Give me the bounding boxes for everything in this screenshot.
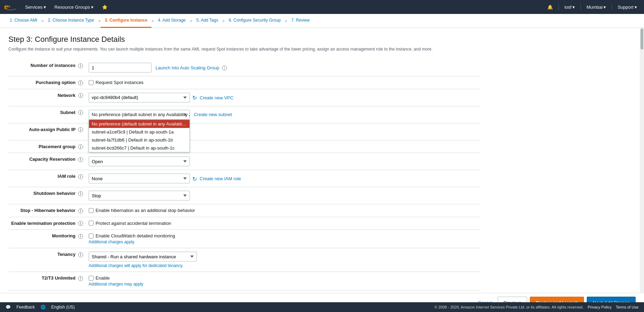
t2t3-extra-link[interactable]: Additional charges may apply: [89, 282, 143, 287]
create-new-iam-role-link[interactable]: Create new IAM role: [200, 176, 241, 181]
step-choose-ami[interactable]: 1. Choose AMI: [6, 14, 42, 28]
shutdown-behavior-row: Shutdown behavior i Stop: [8, 187, 480, 204]
region-menu[interactable]: Mumbai ▾: [584, 3, 609, 11]
request-spot-label: Request Spot instances: [89, 80, 478, 85]
create-new-vpc-link[interactable]: Create new VPC: [200, 95, 234, 100]
subnet-select-display[interactable]: No preference (default subnet in any Ava…: [89, 110, 190, 120]
termination-protection-info-icon[interactable]: i: [78, 221, 83, 226]
auto-assign-ip-info-icon[interactable]: i: [78, 127, 83, 132]
iam-role-row: IAM role i None ↻ Create new IAM role: [8, 170, 480, 187]
shutdown-behavior-info-icon[interactable]: i: [78, 191, 83, 196]
termination-protection-row: Enable termination protection i Protect …: [8, 217, 480, 230]
iam-role-info-icon[interactable]: i: [78, 174, 83, 179]
termination-protection-label-cell: Enable termination protection i: [8, 217, 86, 230]
subnet-option-bcd266c7[interactable]: subnet-bcd266c7 | Default in ap-south-1c: [89, 144, 190, 152]
step-add-tags[interactable]: 5. Add Tags: [192, 14, 222, 28]
t2t3-unlimited-label-cell: T2/T3 Unlimited i: [8, 272, 86, 290]
scrollbar-thumb: [641, 29, 643, 50]
user-menu[interactable]: iosf ▾: [562, 3, 578, 11]
iam-role-refresh-button[interactable]: ↻: [191, 176, 198, 182]
termination-protection-control-cell: Protect against accidental termination: [86, 217, 480, 230]
copyright-section: © 2008 - 2020, Amazon Internet Services …: [435, 305, 638, 309]
monitoring-extra-link[interactable]: Additional charges apply.: [89, 239, 135, 244]
bookmarks-icon[interactable]: ⭐: [99, 3, 110, 11]
hibernate-behavior-label-cell: Stop - Hibernate behavior i: [8, 204, 86, 217]
subnet-label-cell: Subnet i: [8, 106, 86, 123]
subnet-wrapper: No preference (default subnet in any Ava…: [89, 110, 190, 120]
capacity-reservation-select[interactable]: Open: [89, 157, 190, 166]
shutdown-behavior-label-cell: Shutdown behavior i: [8, 187, 86, 204]
tenancy-select[interactable]: Shared - Run a shared hardware instance: [89, 252, 197, 261]
hibernate-behavior-row: Stop - Hibernate behavior i Enable hiber…: [8, 204, 480, 217]
subnet-option-nopref[interactable]: No preference (default subnet in any Ava…: [89, 120, 190, 128]
network-select[interactable]: vpc-dc9480b4 (default): [89, 93, 190, 102]
placement-group-label-cell: Placement group i: [8, 140, 86, 153]
globe-icon: 🌐: [40, 305, 46, 310]
language-link[interactable]: English (US): [51, 305, 75, 310]
launch-auto-scaling-link[interactable]: Launch into Auto Scaling Group: [155, 65, 219, 70]
feedback-link[interactable]: Feedback: [16, 305, 35, 310]
t2t3-unlimited-control-cell: Enable Additional charges may apply: [86, 272, 480, 290]
main-content: Step 3: Configure Instance Details Confi…: [0, 28, 644, 312]
hibernate-info-icon[interactable]: i: [78, 208, 83, 213]
placement-group-row: Placement group i Add instance to placem…: [8, 140, 480, 153]
privacy-policy-link[interactable]: Privacy Policy: [588, 305, 612, 309]
monitoring-checkbox[interactable]: [89, 234, 94, 238]
nav-separator-2: [580, 3, 581, 10]
step-configure-security-group[interactable]: 6. Configure Security Group: [224, 14, 285, 28]
step-add-storage[interactable]: 4. Add Storage: [154, 14, 190, 28]
user-chevron-icon: ▾: [572, 5, 575, 10]
t2t3-checkbox[interactable]: [89, 276, 94, 281]
support-menu[interactable]: Support ▾: [615, 3, 640, 11]
termination-protection-checkbox-label: Protect against accidental termination: [89, 221, 478, 226]
subnet-option-a1cef3c9[interactable]: subnet-a1cef3c9 | Default in ap-south-1a: [89, 128, 190, 136]
network-info-icon[interactable]: i: [78, 93, 83, 98]
hibernate-checkbox[interactable]: [89, 208, 94, 213]
configure-form-table: Number of instances i Launch into Auto S…: [8, 59, 480, 306]
iam-role-label-cell: IAM role i: [8, 170, 86, 187]
t2t3-unlimited-row: T2/T3 Unlimited i Enable Additional char…: [8, 272, 480, 290]
wizard-steps: 1. Choose AMI > 2. Choose Instance Type …: [0, 14, 644, 28]
aws-logo: aws: [4, 3, 17, 11]
step-configure-instance[interactable]: 3. Configure Instance: [101, 14, 151, 28]
tenancy-control-cell: Shared - Run a shared hardware instance …: [86, 248, 480, 272]
notifications-bell[interactable]: 🔔: [545, 3, 556, 11]
auto-assign-ip-row: Auto-assign Public IP i Use subnet setti…: [8, 123, 480, 140]
step-review[interactable]: 7. Review: [287, 14, 314, 28]
t2t3-info-icon[interactable]: i: [78, 276, 83, 281]
termination-protection-checkbox[interactable]: [89, 221, 94, 226]
monitoring-info-icon[interactable]: i: [78, 234, 83, 239]
request-spot-checkbox[interactable]: [89, 80, 94, 85]
auto-scaling-info-icon[interactable]: i: [222, 66, 227, 70]
monitoring-row: Monitoring i Enable CloudWatch detailed …: [8, 230, 480, 248]
num-instances-control-cell: Launch into Auto Scaling Group i: [86, 59, 480, 76]
scrollbar[interactable]: [640, 28, 644, 292]
t2t3-checkbox-label: Enable: [89, 275, 478, 281]
iam-role-select[interactable]: None: [89, 174, 190, 183]
services-chevron-icon: ▾: [44, 5, 46, 10]
purchasing-option-label-cell: Purchasing option i: [8, 76, 86, 89]
resource-groups-menu[interactable]: Resource Groups ▾: [52, 3, 96, 11]
tenancy-info-icon[interactable]: i: [78, 252, 83, 257]
configure-instance-section: Step 3: Configure Instance Details Confi…: [0, 28, 489, 312]
step-choose-instance-type[interactable]: 2. Choose Instance Type: [44, 14, 98, 28]
subnet-info-icon[interactable]: i: [78, 110, 83, 115]
terms-of-use-link[interactable]: Terms of Use: [616, 305, 638, 309]
shutdown-behavior-select[interactable]: Stop: [89, 191, 190, 200]
capacity-reservation-label-cell: Capacity Reservation i: [8, 153, 86, 170]
tenancy-extra-link[interactable]: Additional charges will apply for dedica…: [89, 263, 183, 268]
auto-assign-ip-label-cell: Auto-assign Public IP i: [8, 123, 86, 140]
num-instances-input[interactable]: [89, 63, 151, 73]
purchasing-option-control-cell: Request Spot instances: [86, 76, 480, 89]
subnet-option-fa7f1db6[interactable]: subnet-fa7f1db6 | Default in ap-south-1b: [89, 136, 190, 144]
network-refresh-button[interactable]: ↻: [191, 94, 198, 101]
placement-group-info-icon[interactable]: i: [78, 144, 83, 149]
purchasing-option-info-icon[interactable]: i: [78, 81, 83, 85]
monitoring-control-cell: Enable CloudWatch detailed monitoring Ad…: [86, 230, 480, 248]
create-new-subnet-link[interactable]: Create new subnet: [194, 112, 232, 117]
capacity-reservation-info-icon[interactable]: i: [78, 157, 83, 162]
num-instances-info-icon[interactable]: i: [78, 63, 83, 68]
nav-separator-3: [612, 3, 612, 10]
services-menu[interactable]: Services ▾: [22, 3, 49, 11]
capacity-reservation-control-cell: Open: [86, 153, 480, 170]
